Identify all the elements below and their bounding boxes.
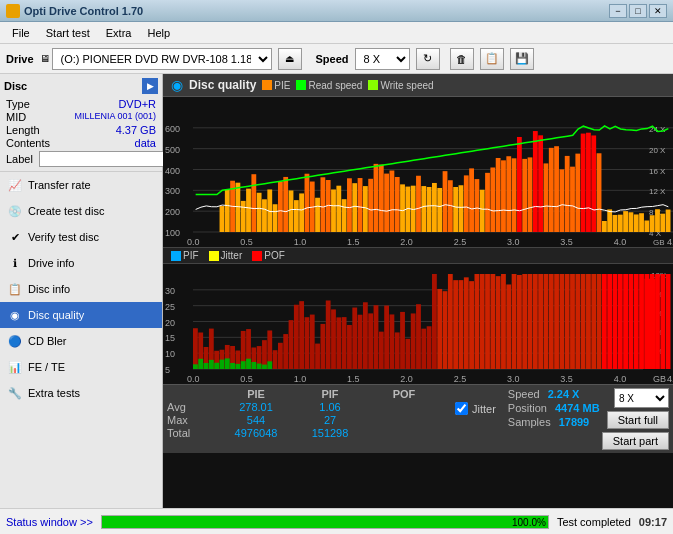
status-window-button[interactable]: Status window >> bbox=[6, 516, 93, 528]
nav-label-verify-test-disc: Verify test disc bbox=[28, 231, 99, 243]
panel-title: Disc quality bbox=[189, 78, 256, 92]
refresh-button[interactable]: ↻ bbox=[416, 48, 440, 70]
sidebar-item-cd-bler[interactable]: 🔵 CD Bler bbox=[0, 328, 162, 354]
progress-label: 100.0% bbox=[512, 516, 546, 530]
erase-button[interactable]: 🗑 bbox=[450, 48, 474, 70]
jitter-legend-label: Jitter bbox=[221, 250, 243, 261]
disc-title: Disc bbox=[4, 80, 27, 92]
drive-bar: Drive 🖥 (O:) PIONEER DVD RW DVR-108 1.18… bbox=[0, 44, 673, 74]
disc-contents-label: Contents bbox=[6, 137, 50, 149]
jitter-checkbox[interactable] bbox=[455, 402, 468, 415]
maximize-button[interactable]: □ bbox=[629, 4, 647, 18]
progress-bar: 100.0% bbox=[101, 515, 549, 529]
max-pof bbox=[369, 414, 439, 426]
sidebar-item-drive-info[interactable]: ℹ Drive info bbox=[0, 250, 162, 276]
menu-extra[interactable]: Extra bbox=[98, 25, 140, 41]
sidebar-item-disc-quality[interactable]: ◉ Disc quality bbox=[0, 302, 162, 328]
avg-pie: 278.01 bbox=[221, 401, 291, 413]
close-button[interactable]: ✕ bbox=[649, 4, 667, 18]
disc-type-value: DVD+R bbox=[118, 98, 156, 110]
speed-select[interactable]: 8 X4 X6 XMAX bbox=[355, 48, 410, 70]
disc-contents-value: data bbox=[135, 137, 156, 149]
drive-select[interactable]: (O:) PIONEER DVD RW DVR-108 1.18 bbox=[52, 48, 272, 70]
disc-mid-value: MILLENIA 001 (001) bbox=[74, 111, 156, 123]
pif-header: PIF bbox=[295, 388, 365, 400]
pof-header: POF bbox=[369, 388, 439, 400]
pof-legend-label: POF bbox=[264, 250, 285, 261]
burn-speed-select[interactable]: 8 X4 X6 X bbox=[614, 388, 669, 408]
sidebar-item-disc-info[interactable]: 📋 Disc info bbox=[0, 276, 162, 302]
menu-bar: File Start test Extra Help bbox=[0, 22, 673, 44]
window-controls: − □ ✕ bbox=[609, 4, 667, 18]
disc-length-label: Length bbox=[6, 124, 40, 136]
sidebar-item-extra-tests[interactable]: 🔧 Extra tests bbox=[0, 380, 162, 406]
top-chart bbox=[163, 97, 673, 247]
speed-label-stat: Speed bbox=[508, 388, 540, 400]
nav-label-create-test-disc: Create test disc bbox=[28, 205, 104, 217]
speed-value-stat: 2.24 X bbox=[548, 388, 580, 400]
sidebar: Disc ▶ Type DVD+R MID MILLENIA 001 (001)… bbox=[0, 74, 163, 508]
nav-label-cd-bler: CD Bler bbox=[28, 335, 67, 347]
fe-te-icon: 📊 bbox=[8, 360, 22, 374]
menu-file[interactable]: File bbox=[4, 25, 38, 41]
pie-legend: PIE bbox=[262, 80, 290, 91]
nav-label-fe-te: FE / TE bbox=[28, 361, 65, 373]
write-speed-legend: Write speed bbox=[368, 80, 433, 91]
disc-info: Type DVD+R MID MILLENIA 001 (001) Length… bbox=[4, 98, 158, 167]
avg-label: Avg bbox=[167, 401, 217, 413]
menu-help[interactable]: Help bbox=[139, 25, 178, 41]
menu-start-test[interactable]: Start test bbox=[38, 25, 98, 41]
sidebar-item-verify-test-disc[interactable]: ✔ Verify test disc bbox=[0, 224, 162, 250]
nav-label-disc-info: Disc info bbox=[28, 283, 70, 295]
nav-label-drive-info: Drive info bbox=[28, 257, 74, 269]
save-button[interactable]: 💾 bbox=[510, 48, 534, 70]
sidebar-item-fe-te[interactable]: 📊 FE / TE bbox=[0, 354, 162, 380]
start-full-button[interactable]: Start full bbox=[607, 411, 669, 429]
verify-test-disc-icon: ✔ bbox=[8, 230, 22, 244]
disc-section: Disc ▶ Type DVD+R MID MILLENIA 001 (001)… bbox=[0, 74, 162, 172]
minimize-button[interactable]: − bbox=[609, 4, 627, 18]
drive-info-icon: ℹ bbox=[8, 256, 22, 270]
sidebar-item-transfer-rate[interactable]: 📈 Transfer rate bbox=[0, 172, 162, 198]
copy-button[interactable]: 📋 bbox=[480, 48, 504, 70]
stats-right: Speed 2.24 X Position 4474 MB Samples 17… bbox=[508, 388, 600, 428]
sidebar-item-create-test-disc[interactable]: 💿 Create test disc bbox=[0, 198, 162, 224]
total-pif: 151298 bbox=[295, 427, 365, 439]
disc-type-label: Type bbox=[6, 98, 30, 110]
disc-info-icon: 📋 bbox=[8, 282, 22, 296]
samples-value: 17899 bbox=[559, 416, 590, 428]
start-part-button[interactable]: Start part bbox=[602, 432, 669, 450]
charts-area: PIF Jitter POF PIE bbox=[163, 97, 673, 508]
pif-legend-label: PIF bbox=[183, 250, 199, 261]
app-title: Opti Drive Control 1.70 bbox=[24, 5, 143, 17]
disc-quality-icon: ◉ bbox=[8, 308, 22, 322]
disc-refresh-button[interactable]: ▶ bbox=[142, 78, 158, 94]
max-pie: 544 bbox=[221, 414, 291, 426]
speed-and-buttons: 8 X4 X6 X Start full Start part bbox=[602, 388, 669, 450]
disc-mid-label: MID bbox=[6, 111, 26, 123]
progress-bar-fill bbox=[102, 516, 548, 528]
read-speed-legend-label: Read speed bbox=[308, 80, 362, 91]
drive-label: Drive bbox=[6, 53, 34, 65]
status-text: Test completed bbox=[557, 516, 631, 528]
read-speed-legend: Read speed bbox=[296, 80, 362, 91]
status-bar: Status window >> 100.0% Test completed 0… bbox=[0, 508, 673, 534]
panel-header: ◉ Disc quality PIE Read speed Write spee… bbox=[163, 74, 673, 97]
position-label: Position bbox=[508, 402, 547, 414]
disc-length-value: 4.37 GB bbox=[116, 124, 156, 136]
eject-button[interactable]: ⏏ bbox=[278, 48, 302, 70]
transfer-rate-icon: 📈 bbox=[8, 178, 22, 192]
avg-pof bbox=[369, 401, 439, 413]
stats-grid: PIE PIF POF Avg 278.01 1.06 Max 544 27 T… bbox=[167, 388, 439, 439]
pie-legend-label: PIE bbox=[274, 80, 290, 91]
total-pie: 4976048 bbox=[221, 427, 291, 439]
total-label: Total bbox=[167, 427, 217, 439]
nav-label-disc-quality: Disc quality bbox=[28, 309, 84, 321]
disc-label-input[interactable] bbox=[39, 151, 168, 167]
create-test-disc-icon: 💿 bbox=[8, 204, 22, 218]
bottom-chart-legend: PIF Jitter POF bbox=[163, 247, 673, 264]
bottom-chart bbox=[163, 264, 673, 384]
extra-tests-icon: 🔧 bbox=[8, 386, 22, 400]
write-speed-legend-label: Write speed bbox=[380, 80, 433, 91]
cd-bler-icon: 🔵 bbox=[8, 334, 22, 348]
